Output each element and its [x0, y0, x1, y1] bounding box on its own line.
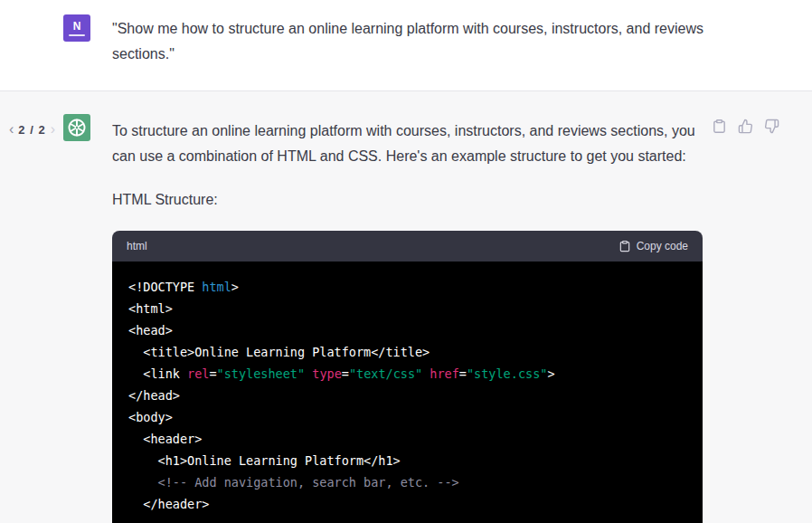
copy-code-button[interactable]: Copy code	[618, 240, 688, 252]
clipboard-icon	[618, 240, 631, 252]
response-pager: ‹ 2 / 2 ›	[7, 122, 57, 137]
code-content: <!DOCTYPE html><html><head> <title>Onlin…	[112, 262, 703, 523]
copy-message-button[interactable]	[712, 119, 727, 134]
thumb-down-icon	[764, 119, 779, 134]
thumbs-down-button[interactable]	[764, 119, 779, 134]
openai-logo-icon	[67, 118, 87, 138]
assistant-message-row: ‹ 2 / 2 ›	[0, 91, 812, 523]
response-counter: 2 / 2	[18, 123, 45, 137]
message-actions	[712, 119, 779, 134]
user-avatar-caption	[69, 34, 85, 36]
assistant-paragraph-heading: HTML Structure:	[112, 187, 709, 213]
assistant-paragraph-intro: To structure an online learning platform…	[112, 119, 709, 169]
assistant-message-body: To structure an online learning platform…	[112, 119, 718, 523]
user-message-text: "Show me how to structure an online lear…	[112, 16, 714, 67]
clipboard-icon	[712, 119, 727, 134]
previous-response-button[interactable]: ‹	[7, 122, 15, 137]
code-language-label: html	[127, 240, 147, 252]
user-avatar: N	[63, 14, 90, 42]
next-response-button[interactable]: ›	[49, 122, 57, 137]
user-avatar-logo: N	[73, 21, 81, 32]
assistant-avatar	[63, 114, 90, 141]
thumbs-up-button[interactable]	[738, 119, 753, 134]
copy-code-label: Copy code	[637, 240, 688, 252]
thumb-up-icon	[738, 119, 753, 134]
chat-thread: N "Show me how to structure an online le…	[0, 0, 812, 523]
user-message-row: N "Show me how to structure an online le…	[0, 0, 812, 91]
code-block-header: html Copy code	[112, 231, 703, 262]
code-block: html Copy code <!DOCTYPE html><html><hea…	[112, 231, 703, 523]
